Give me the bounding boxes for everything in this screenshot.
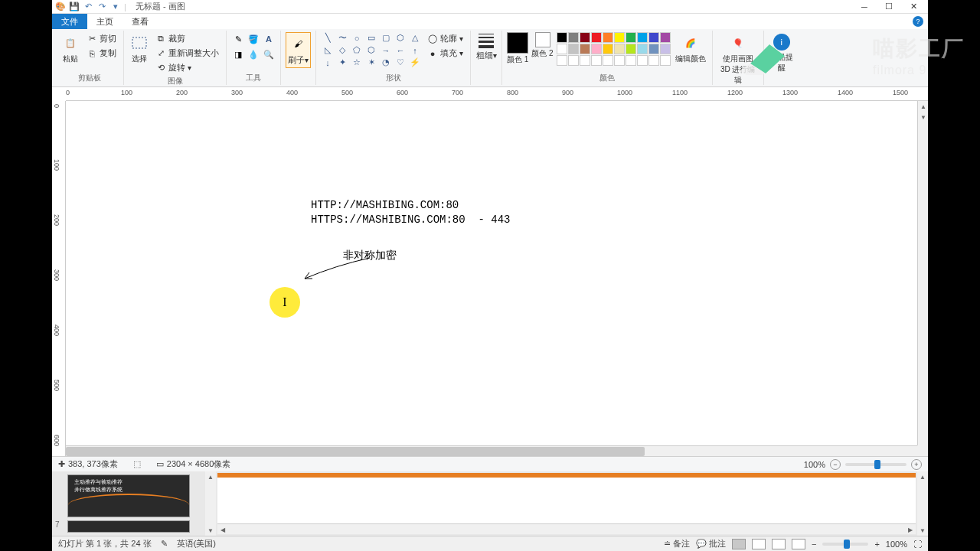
shape-diamond[interactable]: ◇ xyxy=(335,44,349,56)
shape-star5[interactable]: ☆ xyxy=(350,57,364,68)
magnifier-tool[interactable]: 🔍 xyxy=(262,47,276,61)
save-icon[interactable]: 💾 xyxy=(69,2,80,12)
palette-color[interactable] xyxy=(580,55,590,66)
scroll-down-icon[interactable]: ▼ xyxy=(918,112,928,122)
palette-color[interactable] xyxy=(580,44,590,54)
tab-view[interactable]: 查看 xyxy=(122,14,158,30)
palette-color[interactable] xyxy=(660,44,671,54)
scrollbar-thumb[interactable] xyxy=(66,447,645,456)
help-icon[interactable]: ? xyxy=(913,16,923,27)
shape-outline-button[interactable]: ◯轮廓▾ xyxy=(425,32,466,45)
shape-triangle[interactable]: △ xyxy=(408,32,422,44)
rotate-button[interactable]: ⟲旋转▾ xyxy=(153,61,221,74)
zoom-in-button[interactable]: + xyxy=(911,459,922,470)
paste-button[interactable]: 📋 粘贴 xyxy=(60,32,81,66)
palette-color[interactable] xyxy=(603,32,613,43)
shape-arrow-d[interactable]: ↓ xyxy=(321,57,335,68)
palette-color[interactable] xyxy=(660,32,671,43)
palette-color[interactable] xyxy=(637,44,648,54)
scroll-up-icon[interactable]: ▲ xyxy=(918,101,928,112)
shape-heart[interactable]: ♡ xyxy=(394,57,407,68)
palette-color[interactable] xyxy=(557,32,567,43)
shape-callout[interactable]: ◔ xyxy=(379,57,393,68)
tab-home[interactable]: 主页 xyxy=(87,14,122,30)
scrollbar-vertical[interactable]: ▲ ▼ xyxy=(917,101,928,445)
palette-color[interactable] xyxy=(648,44,659,54)
palette-color[interactable] xyxy=(648,32,659,43)
shape-rect[interactable]: ▭ xyxy=(364,32,378,44)
palette-color[interactable] xyxy=(557,55,567,66)
palette-color[interactable] xyxy=(648,55,659,66)
crop-button[interactable]: ⧉裁剪 xyxy=(153,32,221,45)
palette-color[interactable] xyxy=(568,44,579,54)
palette-color[interactable] xyxy=(614,44,625,54)
cut-button[interactable]: ✂剪切 xyxy=(84,32,119,45)
maximize-button[interactable]: ☐ xyxy=(877,1,900,13)
spellcheck-icon[interactable]: ✎ xyxy=(161,539,168,549)
shape-star6[interactable]: ✶ xyxy=(364,57,378,68)
redo-icon[interactable]: ↷ xyxy=(96,2,107,12)
color-palette[interactable] xyxy=(557,32,671,66)
undo-icon[interactable]: ↶ xyxy=(83,2,93,12)
shape-fill-button[interactable]: ●填充▾ xyxy=(425,47,466,60)
shape-rtriangle[interactable]: ◺ xyxy=(321,44,335,56)
shape-lightning[interactable]: ⚡ xyxy=(408,57,422,68)
slide-thumbnail-6[interactable]: 主动推荐与被动推荐并行做离线推荐系统 xyxy=(67,474,190,517)
ppt-zoom-slider[interactable] xyxy=(822,543,868,546)
palette-color[interactable] xyxy=(637,55,648,66)
palette-color[interactable] xyxy=(626,55,636,66)
palette-color[interactable] xyxy=(568,32,579,43)
stroke-button[interactable]: 粗细▾ xyxy=(475,32,497,63)
palette-color[interactable] xyxy=(626,44,636,54)
slideshow-button[interactable] xyxy=(792,539,805,549)
select-button[interactable]: 选择 xyxy=(129,32,150,66)
slide-editor[interactable]: ◀▶ xyxy=(217,473,916,534)
color1-button[interactable]: 颜色 1 xyxy=(507,32,528,65)
shape-arrow-u[interactable]: ↑ xyxy=(408,44,422,56)
palette-color[interactable] xyxy=(591,44,602,54)
eraser-tool[interactable]: ◨ xyxy=(231,47,245,61)
normal-view-button[interactable] xyxy=(732,539,746,549)
palette-color[interactable] xyxy=(603,44,613,54)
copy-button[interactable]: ⎘复制 xyxy=(84,47,119,60)
shapes-gallery[interactable]: ╲ 〜 ○ ▭ ▢ ⬡ △ ◺ ◇ ⬠ ⬡ → ← ↑ ↓ ✦ ☆ xyxy=(321,32,422,68)
shape-pentagon[interactable]: ⬠ xyxy=(350,44,364,56)
fit-button[interactable]: ⛶ xyxy=(913,540,922,549)
resize-button[interactable]: ⤢重新调整大小 xyxy=(153,47,221,60)
shape-oval[interactable]: ○ xyxy=(350,32,364,44)
palette-color[interactable] xyxy=(660,55,671,66)
shape-arrow-r[interactable]: → xyxy=(379,44,393,56)
palette-color[interactable] xyxy=(614,32,625,43)
palette-color[interactable] xyxy=(580,32,590,43)
comments-button[interactable]: 💬 批注 xyxy=(696,538,726,549)
language-status[interactable]: 英语(美国) xyxy=(177,538,216,549)
minimize-button[interactable]: ─ xyxy=(853,1,876,13)
palette-color[interactable] xyxy=(603,55,613,66)
notes-button[interactable]: ≐ 备注 xyxy=(664,538,690,549)
tab-file[interactable]: 文件 xyxy=(52,14,87,30)
palette-color[interactable] xyxy=(614,55,625,66)
pencil-tool[interactable]: ✎ xyxy=(231,32,245,46)
fill-tool[interactable]: 🪣 xyxy=(247,32,260,46)
shape-line[interactable]: ╲ xyxy=(321,32,335,44)
palette-color[interactable] xyxy=(568,55,579,66)
close-button[interactable]: ✕ xyxy=(902,1,925,13)
palette-color[interactable] xyxy=(637,32,648,43)
palette-color[interactable] xyxy=(591,55,602,66)
canvas[interactable]: HTTP://MASHIBING.COM:80 HTTPS://MASHIBIN… xyxy=(66,101,917,445)
shape-polygon[interactable]: ⬡ xyxy=(394,32,407,44)
picker-tool[interactable]: 💧 xyxy=(247,47,260,61)
slide-thumbnail-7[interactable] xyxy=(67,520,190,533)
scrollbar-horizontal[interactable] xyxy=(66,445,917,456)
canvas-viewport[interactable]: HTTP://MASHIBING.COM:80 HTTPS://MASHIBIN… xyxy=(66,101,917,445)
sorter-view-button[interactable] xyxy=(752,539,766,549)
slide-thumbnails[interactable]: 主动推荐与被动推荐并行做离线推荐系统 7 xyxy=(52,471,205,536)
shape-curve[interactable]: 〜 xyxy=(335,32,349,44)
reading-view-button[interactable] xyxy=(772,539,786,549)
brush-button[interactable]: 🖌 刷子▾ xyxy=(286,32,311,68)
text-tool[interactable]: A xyxy=(262,32,276,46)
palette-color[interactable] xyxy=(557,44,567,54)
zoom-slider[interactable] xyxy=(845,463,906,466)
qat-dropdown-icon[interactable]: ▾ xyxy=(110,2,121,12)
zoom-out-button[interactable]: − xyxy=(830,459,841,470)
